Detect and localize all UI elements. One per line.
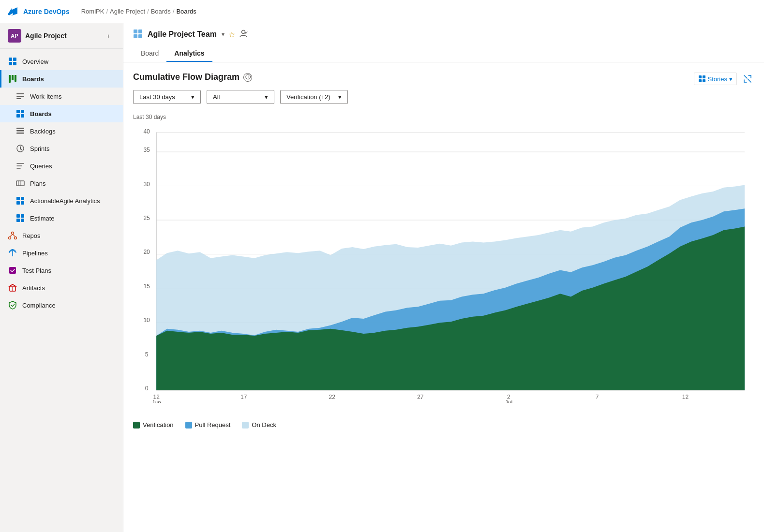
sidebar-item-pipelines[interactable]: Pipelines [0,244,123,262]
tab-analytics[interactable]: Analytics [166,45,212,62]
team-chevron-icon[interactable]: ▾ [222,31,225,38]
boards-section-icon [8,74,17,84]
test-plans-icon [8,266,17,275]
svg-text:20: 20 [143,249,150,255]
legend-label-ondeck: On Deck [252,421,276,429]
svg-text:Jul: Jul [505,399,512,403]
sidebar-item-boards-section[interactable]: Boards [0,70,123,88]
sidebar-item-testplans[interactable]: Test Plans [0,262,123,279]
backlogs-icon [15,126,25,136]
breadcrumb-agileproject[interactable]: Agile Project [110,8,145,15]
plans-label: Plans [30,180,46,187]
sidebar-item-estimate[interactable]: Estimate [0,209,123,227]
sidebar-item-actionable[interactable]: ActionableAgile Analytics [0,192,123,209]
compliance-icon [8,300,17,310]
svg-rect-34 [9,267,16,274]
svg-rect-25 [16,214,20,218]
sprints-icon [15,144,25,153]
team-person-icon[interactable] [239,29,248,40]
compliance-label: Compliance [22,302,56,309]
sidebar-item-boards[interactable]: Boards [0,105,123,122]
svg-rect-37 [134,30,137,33]
content-header: Agile Project Team ▾ ☆ Board Analytics [123,23,764,62]
backlogs-label: Backlogs [30,128,56,135]
svg-text:5: 5 [145,351,149,358]
svg-rect-11 [21,110,24,113]
sidebar-item-plans[interactable]: Plans [0,175,123,192]
stages-chevron-icon: ▾ [338,93,342,101]
filters-row: Last 30 days ▾ All ▾ Verification (+2) ▾ [133,90,754,104]
svg-rect-24 [21,201,24,205]
app-logo[interactable]: Azure DevOps [8,6,70,17]
breadcrumb-sep-2: / [147,8,149,15]
artifacts-label: Artifacts [22,284,45,292]
svg-rect-7 [16,93,24,94]
legend-label-pullrequest: Pull Request [195,421,231,429]
tab-board[interactable]: Board [133,45,166,62]
cumulative-flow-chart: 0 5 10 15 20 25 30 35 40 [133,122,754,403]
sidebar-header: AP Agile Project + [0,23,123,49]
svg-point-30 [9,237,11,239]
work-items-icon [15,91,25,101]
svg-point-29 [12,232,14,235]
svg-point-41 [241,30,245,34]
type-chevron-icon: ▾ [265,93,268,101]
svg-rect-16 [16,133,24,134]
artifacts-icon [8,283,17,293]
sidebar-item-backlogs[interactable]: Backlogs [0,122,123,140]
stories-dropdown[interactable]: Stories ▾ [694,73,737,85]
time-range-dropdown[interactable]: Last 30 days ▾ [133,90,201,104]
svg-rect-9 [16,98,21,99]
overview-label: Overview [22,58,48,65]
svg-rect-13 [21,114,24,118]
test-plans-label: Test Plans [22,267,51,274]
legend-color-verification [133,422,140,429]
breadcrumb-romipk[interactable]: RomiPK [81,8,105,15]
sidebar-item-repos[interactable]: Repos [0,227,123,244]
sidebar-item-artifacts[interactable]: Artifacts [0,279,123,296]
sidebar-item-compliance[interactable]: Compliance [0,296,123,314]
queries-icon [15,161,25,171]
svg-rect-2 [9,62,12,65]
expand-button[interactable] [741,72,754,86]
sidebar-item-sprints[interactable]: Sprints [0,140,123,157]
svg-point-31 [15,237,17,239]
project-name: Agile Project [25,32,67,40]
team-grid-icon [133,29,144,40]
svg-rect-4 [9,75,11,83]
breadcrumb-boards1[interactable]: Boards [151,8,171,15]
svg-rect-44 [703,75,705,78]
add-project-button[interactable]: + [102,29,115,43]
svg-rect-21 [16,197,20,200]
boards-nav-icon [15,109,25,118]
diagram-title-area: Cumulative Flow Diagram ⓘ [133,72,754,82]
type-dropdown[interactable]: All ▾ [207,90,274,104]
project-avatar: AP [8,29,21,43]
boards-section-label: Boards [22,75,44,83]
stages-dropdown[interactable]: Verification (+2) ▾ [280,90,348,104]
content-body: Stories ▾ Cumulative Flow Diagram ⓘ Last… [123,62,764,532]
svg-rect-45 [699,79,702,82]
svg-rect-15 [16,130,24,132]
sidebar-item-queries[interactable]: Queries [0,157,123,175]
svg-text:22: 22 [329,394,336,400]
breadcrumb-boards2[interactable]: Boards [176,8,196,15]
svg-rect-8 [16,96,24,97]
svg-rect-46 [703,79,705,82]
repos-label: Repos [22,232,41,239]
team-star-icon[interactable]: ☆ [228,30,235,39]
estimate-label: Estimate [30,215,55,222]
chart-legend: Verification Pull Request On Deck [133,417,754,432]
svg-text:40: 40 [143,128,150,135]
svg-rect-23 [16,201,20,205]
sidebar-item-work-items[interactable]: Work Items [0,88,123,105]
sidebar-item-overview[interactable]: Overview [0,53,123,70]
info-icon[interactable]: ⓘ [243,73,252,82]
sprints-label: Sprints [30,145,49,152]
actionable-icon [15,196,25,206]
breadcrumb-sep-3: / [173,8,175,15]
svg-text:25: 25 [143,215,150,222]
chart-container: Last 30 days 0 5 10 15 20 25 30 35 40 [133,114,754,414]
chart-period-label: Last 30 days [133,114,754,120]
sidebar-nav: Overview Boards Work Items [0,49,123,318]
